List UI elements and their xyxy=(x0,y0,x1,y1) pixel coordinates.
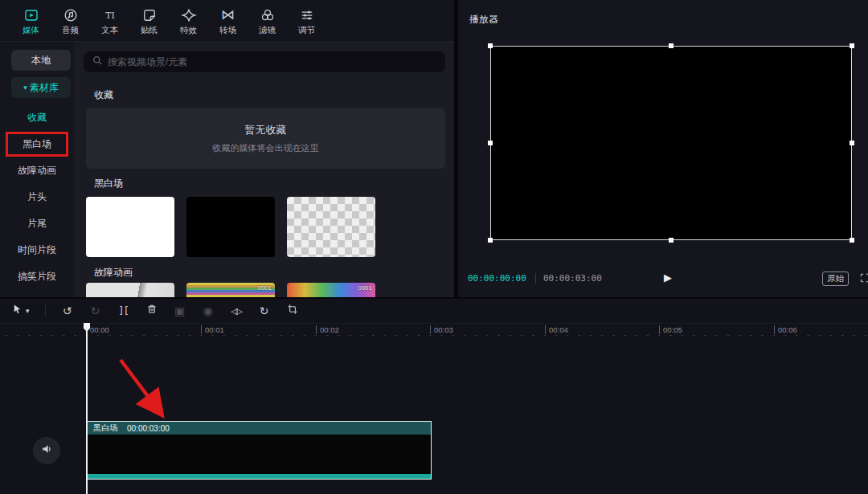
bw-section-title: 黑白场 xyxy=(94,177,123,190)
transform-handle-bl[interactable] xyxy=(488,238,493,243)
filter-icon xyxy=(260,6,276,24)
nav-tab-label: 调节 xyxy=(298,25,315,35)
nav-tab-label: 转场 xyxy=(219,25,236,35)
favorites-empty-subtitle: 收藏的媒体将会出现在这里 xyxy=(213,142,319,154)
play-button[interactable]: ▶ xyxy=(664,271,672,284)
sidebar-item-outro[interactable]: 片尾 xyxy=(0,214,74,232)
nav-tab-sticker[interactable]: 贴纸 xyxy=(129,6,169,35)
bw-thumb-transparent[interactable] xyxy=(287,197,375,257)
delete-button[interactable] xyxy=(145,303,158,319)
timeline-panel: ▾ ↺ ↻ ][ ▣ ◉ ◁▷ ↻ 00:00 00:01 xyxy=(0,299,868,494)
bw-thumb-white[interactable] xyxy=(86,197,174,257)
transform-handle-bm[interactable] xyxy=(669,238,674,243)
nav-tab-filter[interactable]: 滤镜 xyxy=(248,6,287,35)
player-controls: 00:00:00:00 00:00:03:00 ▶ 原始 xyxy=(458,270,868,288)
nav-tab-label: 媒体 xyxy=(23,25,39,35)
mute-original-sound-button[interactable] xyxy=(33,437,60,464)
sidebar-item-glitch-anim[interactable]: 故障动画 xyxy=(0,161,74,179)
nav-tab-label: 贴纸 xyxy=(141,25,158,35)
nav-tab-effects[interactable]: 特效 xyxy=(169,6,208,35)
favorites-empty-state: 暂无收藏 收藏的媒体将会出现在这里 xyxy=(86,108,445,169)
clip-duration: 00:00:03:00 xyxy=(127,424,170,433)
timeline-ruler[interactable]: 00:00 00:01 00:02 00:03 00:04 00:05 00:0… xyxy=(0,323,868,336)
caret-down-icon: ▾ xyxy=(23,84,27,92)
svg-text:TI: TI xyxy=(105,10,115,21)
sidebar-item-library[interactable]: ▾ 素材库 xyxy=(11,77,71,98)
redo-button[interactable]: ↻ xyxy=(89,303,102,319)
glitch-thumb-1[interactable] xyxy=(86,283,174,297)
ruler-label: 00:05 xyxy=(659,325,682,334)
player-panel: 播放器 00:00:00:00 00:00:03:00 ▶ 原始 xyxy=(458,0,868,297)
nav-tab-media[interactable]: 媒体 xyxy=(11,6,51,35)
transform-handle-br[interactable] xyxy=(850,238,854,243)
glitch-thumb-label: 0001 xyxy=(257,284,272,292)
adjust-icon xyxy=(299,6,315,24)
crop-icon xyxy=(286,303,299,319)
sticker-icon xyxy=(141,6,158,24)
sidebar-item-favorites[interactable]: 收藏 xyxy=(0,108,74,126)
library-content: 收藏 暂无收藏 收藏的媒体将会出现在这里 黑白场 故障动画 0001 0001 xyxy=(74,42,454,297)
caret-down-icon: ▾ xyxy=(26,308,30,315)
duration-timecode: 00:00:03:00 xyxy=(535,273,602,284)
nav-tab-adjust[interactable]: 调节 xyxy=(287,6,326,35)
transform-handle-mr[interactable] xyxy=(850,141,854,145)
glitch-thumb-label: 0001 xyxy=(358,284,372,292)
top-nav: 媒体 音频 TI 文本 贴纸 xyxy=(0,0,454,42)
split-button[interactable]: ][ xyxy=(117,303,130,319)
search-icon xyxy=(92,55,103,69)
video-editor-app: 媒体 音频 TI 文本 贴纸 xyxy=(0,0,868,494)
search-input[interactable] xyxy=(108,56,437,67)
sidebar-item-local[interactable]: 本地 xyxy=(11,50,71,71)
ruler-label: 00:00 xyxy=(87,325,109,334)
search-bar xyxy=(84,51,445,72)
clip-name: 黑白场 xyxy=(93,423,117,434)
ruler-label: 00:02 xyxy=(316,325,339,334)
text-icon: TI xyxy=(102,6,118,24)
freeze-frame-button[interactable]: ▣ xyxy=(174,303,186,319)
timeline-toolbar: ▾ ↺ ↻ ][ ▣ ◉ ◁▷ ↻ xyxy=(0,299,868,323)
audio-icon xyxy=(63,6,79,24)
transform-handle-ml[interactable] xyxy=(488,141,493,145)
player-preview[interactable] xyxy=(490,46,852,240)
player-title: 播放器 xyxy=(469,13,498,27)
rotate-button[interactable]: ↻ xyxy=(258,303,271,319)
nav-tab-transition[interactable]: ⋈ 转场 xyxy=(208,6,248,35)
transition-icon: ⋈ xyxy=(221,6,235,24)
clip-header: 黑白场 00:00:03:00 xyxy=(88,422,431,435)
crop-button[interactable] xyxy=(286,303,299,319)
undo-button[interactable]: ↺ xyxy=(61,303,74,319)
nav-tab-label: 滤镜 xyxy=(259,25,276,35)
toolbar-divider xyxy=(45,305,46,316)
sidebar-item-funny-clips[interactable]: 搞笑片段 xyxy=(0,267,74,285)
glitch-thumb-2[interactable]: 0001 xyxy=(186,283,275,297)
clip-body xyxy=(88,435,431,474)
sidebar-item-time-clips[interactable]: 时间片段 xyxy=(0,241,74,259)
ruler-label: 00:01 xyxy=(201,325,224,334)
transform-handle-tm[interactable] xyxy=(669,43,674,48)
cursor-icon xyxy=(11,303,23,319)
nav-tab-label: 音频 xyxy=(62,25,79,35)
original-ratio-button[interactable]: 原始 xyxy=(822,271,849,286)
timeline-clip-bw-field[interactable]: 黑白场 00:00:03:00 xyxy=(87,421,432,480)
transform-handle-tl[interactable] xyxy=(488,43,493,48)
nav-tab-label: 特效 xyxy=(180,25,197,35)
bw-thumb-black[interactable] xyxy=(186,197,275,257)
glitch-thumb-3[interactable]: 0001 xyxy=(287,283,375,297)
fullscreen-icon[interactable] xyxy=(859,272,868,287)
effects-icon xyxy=(181,6,197,24)
nav-tab-text[interactable]: TI 文本 xyxy=(90,6,129,35)
nav-tab-audio[interactable]: 音频 xyxy=(51,6,90,35)
sidebar-item-intro[interactable]: 片头 xyxy=(0,188,74,206)
glitch-section-title: 故障动画 xyxy=(94,266,133,280)
nav-tab-label: 文本 xyxy=(101,25,118,35)
transform-handle-tr[interactable] xyxy=(850,43,854,48)
sidebar-item-label: 素材库 xyxy=(30,81,59,95)
media-icon xyxy=(23,6,39,24)
select-tool-button[interactable]: ▾ xyxy=(11,303,30,319)
mirror-button[interactable]: ◁▷ xyxy=(230,303,243,319)
favorites-empty-title: 暂无收藏 xyxy=(245,123,287,137)
media-panel: 媒体 音频 TI 文本 贴纸 xyxy=(0,0,454,297)
sidebar-item-bw-field[interactable]: 黑白场 xyxy=(0,135,74,153)
ruler-label: 00:06 xyxy=(774,325,797,334)
reverse-button[interactable]: ◉ xyxy=(202,303,215,319)
